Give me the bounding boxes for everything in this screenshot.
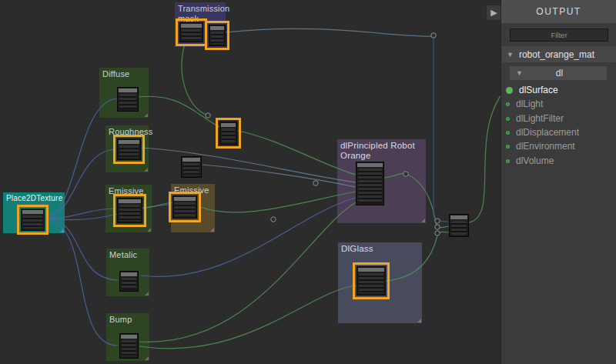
filter-placeholder: Filter (551, 31, 567, 39)
wire (139, 96, 221, 128)
mini-node-emissive[interactable] (117, 198, 142, 223)
wire (226, 28, 433, 36)
output-item-label: dlLightFilter (516, 113, 564, 124)
mini-node-transmission-a[interactable] (179, 22, 203, 42)
output-item-label: dlLight (516, 99, 543, 109)
output-item-dllight[interactable]: dlLight (506, 97, 543, 111)
connector-dot (435, 219, 440, 223)
mini-node-place2dtexture[interactable] (21, 209, 45, 231)
material-name: robot_orange_mat (519, 49, 594, 60)
output-item-label: dlDisplacement (516, 127, 579, 138)
wire (142, 148, 356, 182)
chevron-down-icon: ▼ (516, 69, 523, 77)
wire (48, 99, 117, 215)
mini-node-dlprincipled[interactable] (356, 162, 384, 205)
port-open-icon (506, 117, 510, 121)
port-open-icon (506, 159, 510, 163)
connector-dot (435, 231, 440, 235)
output-item-dlenvironment[interactable]: dlEnvironment (506, 139, 575, 153)
mini-node-bump[interactable] (119, 333, 139, 359)
output-panel: OUTPUT Filter ▼ robot_orange_mat ▼ dl dl… (500, 0, 616, 364)
wire (139, 202, 356, 342)
wire (48, 149, 116, 216)
connector-dot (271, 217, 276, 222)
connector-dot (435, 225, 440, 229)
output-item-dlvolume[interactable]: dlVolume (506, 154, 554, 168)
output-item-dldisplacement[interactable]: dlDisplacement (506, 125, 579, 139)
collapse-arrow-icon: ▶ (490, 8, 497, 18)
mini-node-diffuse[interactable] (117, 87, 139, 112)
output-item-label: dlEnvironment (516, 141, 575, 152)
wire (199, 192, 356, 212)
output-panel-header: OUTPUT (501, 0, 616, 23)
wire (238, 131, 356, 175)
wire (434, 38, 449, 222)
group-name: dl (523, 68, 596, 78)
connector-dot (206, 113, 210, 118)
mini-node-roughness[interactable] (117, 139, 141, 160)
material-row[interactable]: ▼ robot_orange_mat (502, 46, 616, 62)
wire (139, 286, 357, 349)
mini-node-transmission-b[interactable] (209, 25, 226, 46)
connector-dot (313, 181, 318, 185)
mini-node-metalic[interactable] (119, 271, 139, 292)
port-connected-icon (506, 87, 513, 94)
mini-node-float-a[interactable] (219, 122, 237, 145)
panel-collapse-button[interactable]: ▶ (486, 5, 502, 21)
port-open-icon (506, 145, 510, 149)
node-graph-editor: Transmission mask Diffuse Roughness Emis… (0, 0, 616, 364)
group-row-dl[interactable]: ▼ dl (510, 66, 607, 80)
output-item-label: dlSurface (519, 85, 558, 95)
filter-input[interactable]: Filter (510, 28, 608, 42)
mini-node-output-merge[interactable] (449, 214, 469, 237)
output-item-dllightfilter[interactable]: dlLightFilter (506, 112, 564, 125)
wire (48, 219, 118, 280)
wire (182, 44, 208, 115)
output-item-label: dlVolume (516, 155, 554, 166)
panel-title: OUTPUT (536, 6, 581, 17)
mini-node-float-b[interactable] (181, 156, 202, 178)
chevron-down-icon: ▼ (507, 51, 514, 58)
connector-dot (403, 172, 408, 176)
port-open-icon (506, 102, 510, 106)
mini-node-emissive-mask[interactable] (172, 195, 197, 219)
mini-node-dlglass[interactable] (357, 266, 386, 296)
wire (469, 91, 504, 222)
wire (385, 232, 449, 281)
connector-dot (431, 33, 436, 38)
port-open-icon (506, 131, 510, 135)
wire (48, 221, 118, 346)
output-item-dlsurface[interactable]: dlSurface (506, 83, 558, 97)
